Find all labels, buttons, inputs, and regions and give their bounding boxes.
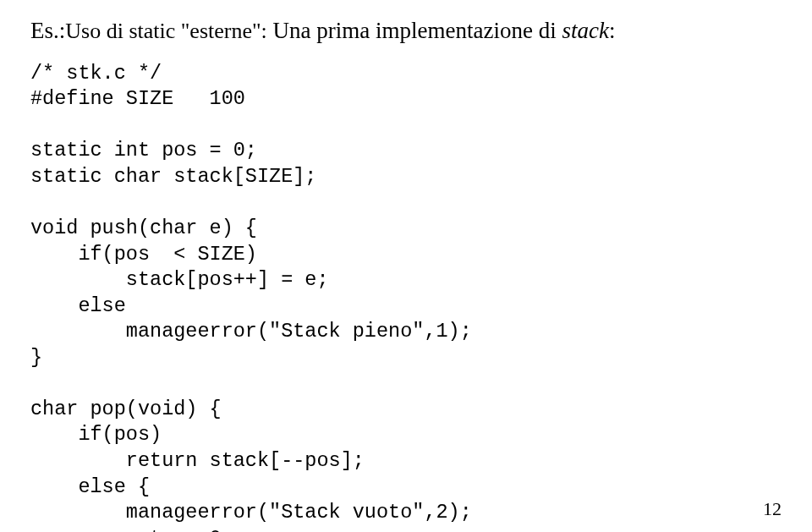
document-page: Es.:Uso di static "esterne": Una prima i… (0, 0, 812, 532)
heading-lead: Es.: (30, 18, 65, 43)
heading-line: Es.:Uso di static "esterne": Una prima i… (30, 17, 782, 46)
heading-rest: Una prima implementazione di (267, 18, 562, 43)
heading-emph: stack (562, 18, 608, 43)
code-block: /* stk.c */ #define SIZE 100 static int … (30, 61, 782, 532)
heading-label: Uso di static "esterne": (65, 19, 267, 43)
page-number: 12 (763, 498, 782, 520)
heading-tail: : (609, 18, 616, 43)
